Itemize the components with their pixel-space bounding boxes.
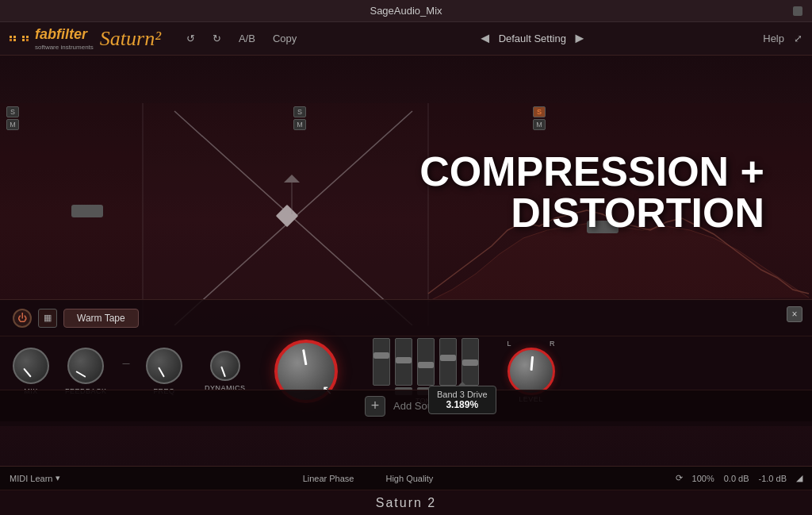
copy-button[interactable]: Copy — [268, 31, 301, 46]
reset-button[interactable]: ⟳ — [676, 473, 683, 483]
brand-subtitle: software instruments — [35, 44, 94, 51]
drive-tooltip-value: 3.189% — [437, 399, 488, 410]
add-source-row: + Add Source — [0, 390, 812, 421]
svg-marker-8 — [284, 175, 300, 183]
resize-handle[interactable]: ◢ — [796, 473, 802, 483]
tone-fader-1[interactable] — [373, 338, 390, 386]
dynamics-knob[interactable] — [210, 351, 240, 381]
status-bar: MIDI Learn ▾ Linear Phase High Quality ⟳… — [0, 466, 812, 490]
band3-s-button[interactable]: S — [533, 106, 546, 117]
high-quality-label: High Quality — [385, 474, 433, 483]
tone-faders-row — [373, 338, 479, 386]
band2-sm-controls: S M — [293, 106, 306, 130]
level-lr-labels: L R — [508, 340, 555, 348]
band-type-button[interactable]: ▦ — [38, 309, 57, 328]
freq-dash-label: — — [123, 359, 131, 367]
product-name: Saturn² — [100, 27, 161, 51]
preset-name: Default Setting — [499, 33, 566, 44]
freq-knob-group: FREQ — [146, 348, 182, 395]
svg-line-6 — [174, 111, 412, 325]
level-knob[interactable] — [508, 348, 555, 395]
logo-area: fabfilter software instruments Saturn² — [10, 26, 161, 51]
band3-sm-controls: S M — [533, 106, 546, 130]
feedback-knob[interactable] — [67, 348, 104, 384]
mix-knob[interactable] — [13, 348, 49, 384]
svg-line-5 — [174, 111, 412, 325]
add-source-button[interactable]: + — [365, 396, 385, 417]
tone-fader-4[interactable] — [439, 338, 457, 386]
band-mode-button[interactable]: Warm Tape — [63, 309, 139, 328]
footer-label: Saturn 2 — [376, 496, 436, 510]
tone-fader-2[interactable] — [395, 338, 412, 386]
band1-sm-controls: S M — [6, 106, 19, 130]
window-title: SageAudio_Mix — [370, 5, 442, 17]
plugin-main: S M S M S M COMPRESSION + DISTORTION ⏻ ▦… — [0, 56, 812, 466]
brand-name: fabfilter — [35, 26, 94, 43]
gain1-label: 0.0 dB — [724, 474, 749, 483]
dynamics-knob-group: DYNAMICS — [205, 351, 246, 392]
footer-bar: Saturn 2 — [0, 490, 812, 515]
preset-prev-button[interactable]: ◄ — [478, 30, 492, 47]
tone-fader-5[interactable] — [462, 338, 479, 386]
window-close-button[interactable] — [793, 6, 802, 16]
toolbar-right: Help ⤢ — [763, 33, 802, 44]
tone-fader-3[interactable] — [417, 338, 435, 386]
midi-learn-item[interactable]: MIDI Learn ▾ — [10, 473, 60, 483]
linear-phase-label: Linear Phase — [303, 474, 354, 483]
svg-rect-1 — [143, 103, 428, 325]
status-center: Linear Phase High Quality — [76, 474, 659, 483]
band1-level-handle[interactable] — [71, 205, 103, 217]
svg-rect-7 — [276, 205, 298, 227]
midi-learn-label: MIDI Learn — [10, 474, 52, 483]
overlay-line1: COMPRESSION + — [419, 151, 764, 192]
band-power-button[interactable]: ⏻ — [13, 309, 32, 328]
status-right: ⟳ 100% 0.0 dB -1.0 dB ◢ — [676, 473, 802, 483]
ff-logo — [10, 36, 29, 41]
title-bar: SageAudio_Mix — [0, 0, 812, 22]
gain2-label: -1.0 dB — [759, 474, 787, 483]
drive-tooltip-label: Band 3 Drive — [437, 390, 488, 399]
redo-button[interactable]: ↻ — [208, 31, 226, 46]
undo-button[interactable]: ↺ — [182, 31, 200, 46]
mix-knob-group: MIX — [13, 348, 49, 395]
midi-learn-arrow: ▾ — [56, 473, 60, 483]
band2-s-button[interactable]: S — [293, 106, 306, 117]
high-quality-item[interactable]: High Quality — [385, 474, 433, 483]
band2-m-button[interactable]: M — [293, 119, 306, 130]
feedback-knob-group: FEEDBACK — [65, 348, 107, 395]
freq-knob[interactable] — [146, 348, 182, 384]
band3-level-handle[interactable] — [587, 221, 619, 233]
toolbar: fabfilter software instruments Saturn² ↺… — [0, 22, 812, 56]
svg-rect-2 — [428, 103, 812, 325]
band3-m-button[interactable]: M — [533, 119, 546, 130]
band-close-button[interactable]: × — [787, 306, 802, 322]
drive-tooltip: Band 3 Drive 3.189% — [428, 386, 496, 414]
band1-m-button[interactable]: M — [6, 119, 19, 130]
help-button[interactable]: Help — [763, 33, 784, 44]
toolbar-center: ◄ Default Setting ► — [309, 30, 755, 47]
linear-phase-item[interactable]: Linear Phase — [303, 474, 354, 483]
band1-s-button[interactable]: S — [6, 106, 19, 117]
expand-button[interactable]: ⤢ — [794, 33, 802, 44]
preset-next-button[interactable]: ► — [573, 30, 587, 47]
ab-button[interactable]: A/B — [234, 31, 260, 46]
zoom-label: 100% — [692, 474, 714, 483]
